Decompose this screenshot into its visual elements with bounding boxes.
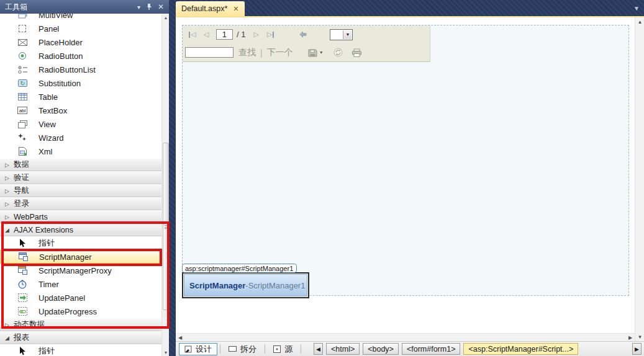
- placeholder-icon: [17, 37, 27, 47]
- category-label: 登录: [14, 198, 29, 209]
- refresh-icon[interactable]: [333, 48, 343, 57]
- toolbox-item-RadioButtonList[interactable]: RadioButtonList: [0, 63, 161, 76]
- collapsed-icon: ▷: [5, 162, 12, 168]
- svg-text:↻: ↻: [20, 80, 25, 87]
- tag-crumb[interactable]: <form#form1>: [402, 343, 461, 355]
- toolbox-titlebar[interactable]: 工具箱 ▾ ✕: [0, 0, 169, 14]
- next-page-icon[interactable]: ▷: [253, 31, 258, 38]
- toolbox-item-指针[interactable]: 指针: [0, 344, 161, 356]
- reportviewer-control[interactable]: ◁ ◁ / 1 ▷ ▷ ▼ 查找 | 下一个: [183, 25, 430, 62]
- tag-nav-left-icon[interactable]: ◀: [314, 343, 323, 355]
- toolbox-category-导航[interactable]: ▷导航: [0, 184, 161, 197]
- page-number-input[interactable]: [216, 29, 233, 40]
- window-menu-icon[interactable]: ▾: [137, 4, 140, 11]
- design-view-icon: [184, 345, 192, 353]
- toolbox-category-验证[interactable]: ▷验证: [0, 171, 161, 184]
- toolbox-item-UpdateProgress[interactable]: UpdateProgress: [0, 305, 161, 318]
- collapsed-icon: ▷: [5, 175, 12, 181]
- toolbox-item-Timer[interactable]: Timer: [0, 277, 161, 291]
- pin-icon[interactable]: [146, 3, 152, 11]
- view-button-label: 拆分: [240, 344, 256, 355]
- close-icon[interactable]: ✕: [158, 2, 164, 11]
- collapsed-icon: ▷: [5, 201, 12, 207]
- item-label: 指针: [39, 345, 55, 356]
- find-next-button[interactable]: 下一个: [267, 47, 293, 58]
- toolbox-item-指针[interactable]: 指针: [0, 236, 161, 250]
- category-label: 验证: [14, 172, 29, 183]
- control-tag-label[interactable]: asp:scriptmanager#ScriptManager1: [182, 264, 297, 273]
- toolbox-category-动态数据[interactable]: ▷动态数据: [0, 318, 161, 331]
- find-separator: |: [260, 48, 263, 58]
- item-label: RadioButton: [39, 51, 83, 61]
- view-button-设计[interactable]: 设计: [179, 343, 217, 355]
- toolbox-category-AJAX Extensions[interactable]: ◢AJAX Extensions: [0, 223, 161, 236]
- item-label: RadioButtonList: [39, 65, 96, 74]
- split-view-icon: [229, 346, 237, 352]
- toolbox-item-MultiView[interactable]: MultiView: [0, 14, 161, 22]
- toolbox-item-ScriptManagerProxy[interactable]: ScriptManagerProxy: [0, 264, 161, 277]
- scriptmanager-control[interactable]: ScriptManager - ScriptManager1: [182, 272, 309, 298]
- toolbox-category-报表[interactable]: ◢报表: [0, 331, 161, 344]
- toolbox-item-PlaceHolder[interactable]: PlaceHolder: [0, 35, 161, 49]
- toolbox-panel: 工具箱 ▾ ✕ MultiViewPanelPlaceHolderRadioBu…: [0, 0, 169, 356]
- horizontal-scrollbar[interactable]: ◀ ▶: [176, 333, 635, 341]
- open-files-dropdown-icon[interactable]: ▼: [633, 5, 640, 12]
- find-button[interactable]: 查找: [238, 47, 256, 58]
- control-id-label: ScriptManager1: [248, 281, 306, 290]
- scroll-up-icon[interactable]: ▲: [635, 17, 644, 26]
- tag-crumb[interactable]: <html>: [326, 343, 360, 355]
- toolbox-item-Panel[interactable]: Panel: [0, 22, 161, 35]
- toolbox-item-RadioButton[interactable]: RadioButton: [0, 49, 161, 63]
- tag-nav-right-icon[interactable]: ▶: [632, 343, 642, 355]
- scroll-up-icon[interactable]: ▲: [162, 14, 169, 21]
- vertical-scrollbar[interactable]: ▲ ▼: [635, 17, 644, 341]
- first-page-icon[interactable]: ◁: [189, 31, 196, 38]
- export-dropdown-icon[interactable]: ▼: [319, 50, 324, 55]
- scroll-down-icon[interactable]: ▼: [635, 332, 644, 341]
- toolbox-category-数据[interactable]: ▷数据: [0, 158, 161, 171]
- toolbox-item-Substitution[interactable]: ↻Substitution: [0, 76, 161, 90]
- print-icon[interactable]: [351, 48, 362, 57]
- tag-crumb[interactable]: <asp:ScriptManager#Script...>: [463, 343, 578, 355]
- item-label: Substitution: [39, 79, 81, 88]
- last-page-icon[interactable]: ▷: [267, 31, 274, 38]
- toolbox-category-登录[interactable]: ▷登录: [0, 197, 161, 210]
- scrollbar-thumb[interactable]: [163, 143, 169, 310]
- expanded-icon: ◢: [5, 335, 12, 341]
- view-button-源[interactable]: 源: [268, 343, 298, 355]
- find-text-input[interactable]: [185, 47, 234, 58]
- item-label: Xml: [39, 147, 52, 156]
- item-label: Wizard: [39, 133, 63, 143]
- toolbox-item-UpdatePanel[interactable]: UpdatePanel: [0, 291, 161, 305]
- substitution-icon: ↻: [17, 78, 27, 88]
- scroll-down-icon[interactable]: ▼: [162, 349, 169, 356]
- toolbox-item-View[interactable]: View: [0, 117, 161, 131]
- toolbox-item-Table[interactable]: Table: [0, 90, 161, 104]
- tag-crumb[interactable]: <body>: [363, 343, 399, 355]
- toolbox-scrollbar[interactable]: ▲ ▼: [161, 14, 169, 356]
- item-label: UpdateProgress: [39, 307, 97, 316]
- back-to-parent-icon[interactable]: [299, 30, 307, 38]
- toolbox-item-TextBox[interactable]: ablTextBox: [0, 104, 161, 117]
- collapsed-icon: ▷: [5, 188, 12, 194]
- tab-close-icon[interactable]: ✕: [233, 5, 238, 13]
- toolbox-item-ScriptManager[interactable]: ScriptManager: [0, 250, 161, 264]
- category-label: 动态数据: [14, 319, 45, 330]
- item-label: UpdatePanel: [39, 293, 85, 303]
- zoom-combobox[interactable]: ▼: [330, 29, 353, 40]
- view-button-label: 设计: [196, 344, 212, 355]
- expanded-icon: ◢: [5, 227, 12, 233]
- form-design-surface[interactable]: ◁ ◁ / 1 ▷ ▷ ▼ 查找 | 下一个: [182, 25, 629, 296]
- combo-dropdown-icon[interactable]: ▼: [343, 30, 351, 39]
- tab-default-aspx[interactable]: Default.aspx* ✕: [176, 1, 245, 16]
- item-label: View: [39, 120, 56, 129]
- view-button-拆分[interactable]: 拆分: [223, 343, 262, 355]
- xml-icon: [17, 146, 27, 156]
- item-label: ScriptManagerProxy: [39, 266, 112, 275]
- toolbox-item-Wizard[interactable]: Wizard: [0, 131, 161, 145]
- item-label: ScriptManager: [39, 252, 92, 262]
- toolbox-category-WebParts[interactable]: ▷WebParts: [0, 210, 161, 223]
- toolbox-item-Xml[interactable]: Xml: [0, 145, 161, 158]
- export-icon[interactable]: [308, 48, 317, 57]
- previous-page-icon[interactable]: ◁: [203, 31, 208, 38]
